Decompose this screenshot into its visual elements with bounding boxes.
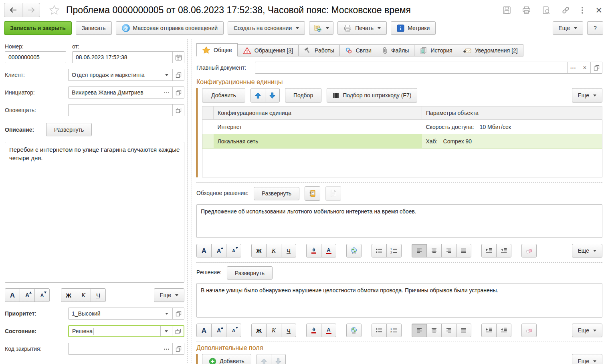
initiator-open-button[interactable] [172, 87, 184, 98]
format-more-button[interactable]: Еще [154, 288, 185, 302]
date-input[interactable] [73, 52, 172, 63]
close-code-input[interactable] [69, 343, 161, 354]
print-icon[interactable] [522, 6, 531, 14]
create-based-on-button[interactable]: Создать на основании [228, 21, 305, 35]
number-input[interactable] [5, 52, 66, 63]
font-smaller-button[interactable]: A [226, 244, 241, 257]
state-open-button[interactable] [172, 326, 184, 336]
template-document-button[interactable] [325, 186, 341, 201]
clear-format-button[interactable] [521, 244, 537, 257]
table-row[interactable]: Локальная сетьХаб:Compex 90 [202, 134, 602, 149]
state-value[interactable]: Решена [69, 326, 160, 336]
more-button[interactable]: Еще [553, 21, 584, 35]
font-smaller-button[interactable]: A [34, 288, 50, 302]
align-left-button[interactable] [412, 244, 427, 257]
help-button[interactable]: ? [587, 21, 603, 35]
align-center-button[interactable] [426, 324, 442, 337]
column-header-unit[interactable]: Конфигурационная единица [214, 107, 422, 120]
row-selector-cell[interactable] [202, 120, 214, 134]
initiator-ellipsis-button[interactable]: ... [161, 87, 172, 98]
italic-button[interactable]: К [76, 288, 91, 302]
main-document-input[interactable] [255, 62, 567, 73]
font-larger-button[interactable]: A [211, 244, 226, 257]
solution-textarea[interactable]: В начале улицы было обнаружено нарушение… [196, 283, 602, 318]
font-color-button[interactable]: A [321, 324, 336, 337]
column-header-params[interactable]: Параметры объекта [422, 107, 602, 120]
indent-decrease-button[interactable] [496, 244, 511, 257]
insert-link-button[interactable] [346, 244, 362, 257]
pick-by-barcode-button[interactable]: Подбор по штрихкоду (F7) [327, 88, 417, 103]
initiator-value[interactable]: Вихирева Жанна Дмитриев [69, 87, 161, 98]
calendar-button[interactable] [172, 52, 184, 63]
font-button[interactable]: A [196, 244, 212, 257]
config-unit-cell[interactable]: Локальная сеть [214, 134, 422, 149]
object-params-cell[interactable]: Хаб:Compex 90 [422, 134, 602, 149]
priority-dropdown-button[interactable] [161, 308, 172, 319]
bold-button[interactable]: Ж [251, 244, 267, 257]
highlight-color-button[interactable] [306, 324, 321, 337]
underline-button[interactable]: Ч [281, 244, 296, 257]
insert-link-button[interactable] [346, 324, 362, 337]
underline-button[interactable]: Ч [281, 324, 296, 337]
priority-value[interactable]: 1_Высокий [69, 308, 161, 319]
client-value[interactable]: Отдел продаж и маркетинга [69, 69, 161, 80]
mass-notification-button[interactable]: @ Массовая отправка оповещений [116, 21, 224, 35]
bold-button[interactable]: Ж [61, 288, 76, 302]
align-left-button[interactable] [412, 324, 427, 337]
italic-button[interactable]: К [266, 324, 281, 337]
format-more-button[interactable]: Еще [572, 244, 603, 257]
font-button[interactable]: A [5, 288, 20, 302]
print-preview-icon[interactable] [542, 6, 550, 14]
pick-button[interactable]: Подбор [285, 88, 321, 103]
align-right-button[interactable] [441, 244, 457, 257]
underline-button[interactable]: Ч [91, 288, 106, 302]
tab-works[interactable]: Работы [298, 44, 340, 56]
format-more-button[interactable]: Еще [572, 324, 603, 337]
nav-forward-button[interactable] [22, 3, 40, 17]
priority-open-button[interactable] [172, 308, 184, 319]
print-menu-button[interactable]: Печать [337, 21, 387, 35]
align-center-button[interactable] [426, 244, 442, 257]
tab-notifications[interactable]: Уведомления [2] [458, 44, 523, 56]
indent-increase-button[interactable] [481, 324, 497, 337]
metrics-button[interactable]: i Метрики [391, 21, 436, 35]
align-right-button[interactable] [441, 324, 457, 337]
indent-decrease-button[interactable] [496, 324, 511, 337]
bullet-list-button[interactable] [372, 244, 387, 257]
workaround-textarea[interactable]: Предложение об использовании льготного м… [196, 204, 602, 238]
more-vertical-icon[interactable] [581, 6, 584, 14]
close-code-ellipsis-button[interactable]: ... [161, 343, 172, 354]
save-icon[interactable] [503, 6, 511, 14]
get-link-icon[interactable] [561, 6, 570, 14]
indent-increase-button[interactable] [481, 244, 497, 257]
expand-description-button[interactable]: Развернуть [46, 123, 92, 136]
notify-input[interactable] [69, 105, 172, 116]
notify-open-button[interactable] [172, 105, 184, 116]
object-params-cell[interactable]: Скорость доступа:10 Мбит/сек [422, 120, 602, 134]
main-document-clear-button[interactable]: ✕ [579, 62, 590, 73]
expand-workaround-button[interactable]: Развернуть [254, 187, 299, 200]
attached-files-dropdown-button[interactable] [309, 21, 333, 35]
font-larger-button[interactable]: A [211, 324, 226, 337]
column-header-selector[interactable] [202, 107, 214, 120]
move-up-button[interactable] [250, 88, 265, 103]
client-open-button[interactable] [172, 69, 184, 80]
row-selector-cell[interactable] [202, 134, 214, 149]
table-more-button[interactable]: Еще [572, 88, 603, 103]
move-down-button-disabled[interactable] [271, 354, 286, 364]
highlight-color-button[interactable] [306, 244, 321, 257]
align-justify-button[interactable] [456, 324, 471, 337]
tab-files[interactable]: Файлы [377, 44, 414, 56]
font-button[interactable]: A [196, 324, 212, 337]
move-down-button[interactable] [265, 88, 280, 103]
favorite-star-icon[interactable] [49, 5, 60, 15]
tab-relations[interactable]: Связи [339, 44, 377, 56]
close-window-button[interactable]: ✕ [594, 6, 603, 14]
knowledge-base-button[interactable] [305, 186, 320, 201]
panel-splitter[interactable] [187, 39, 192, 363]
state-dropdown-button[interactable] [160, 326, 172, 336]
bold-button[interactable]: Ж [251, 324, 267, 337]
add-extra-field-button[interactable]: Добавить [202, 354, 251, 364]
table-empty-area[interactable] [202, 149, 602, 177]
move-up-button-disabled[interactable] [257, 354, 271, 364]
